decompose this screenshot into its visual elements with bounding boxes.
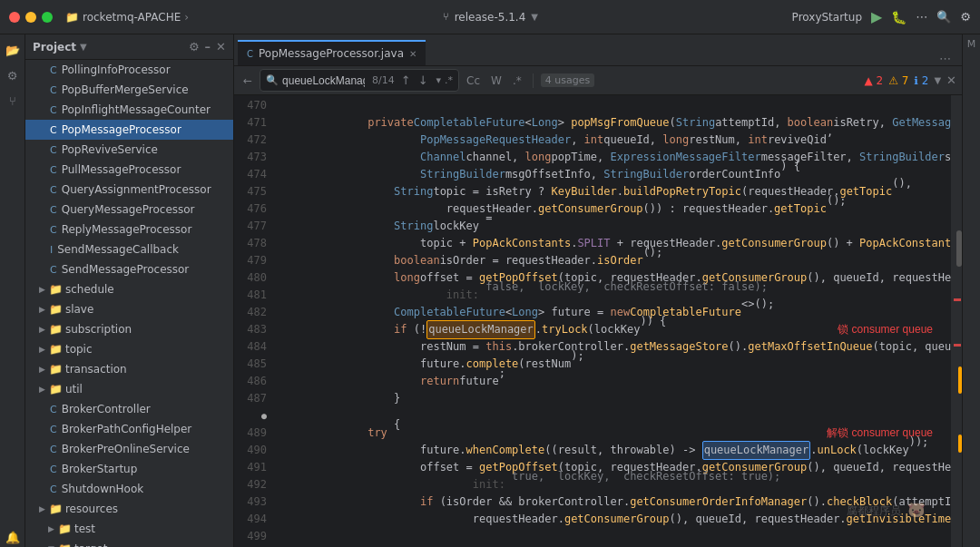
folder-icon: 📁 [49, 363, 63, 376]
right-scrollbar[interactable] [951, 95, 962, 547]
sidebar-item-slave[interactable]: ▶ 📁 slave [25, 299, 233, 319]
sidebar-item-brokerpre[interactable]: C BrokerPreOnlineService [25, 439, 233, 459]
word-icon[interactable]: W [487, 73, 505, 89]
sidebar-item-shutdownhook[interactable]: C ShutdownHook [25, 479, 233, 499]
class-icon: C [50, 104, 57, 116]
sidebar-item-poprevive[interactable]: C PopReviveService [25, 140, 233, 160]
error-badge: ▲ 2 [864, 74, 883, 87]
editor-area: C PopMessageProcessor.java ✕ ⋯ ← 🔍 8/14 … [234, 34, 962, 547]
scroll-indicator-orange2 [958, 435, 962, 453]
project-dropdown-icon[interactable]: ▼ [80, 42, 87, 52]
code-line-470 [276, 97, 951, 114]
folder-icon: 📁 [49, 323, 63, 336]
sidebar-item-util[interactable]: ▶ 📁 util [25, 379, 233, 399]
sidebar-item-schedule[interactable]: ▶ 📁 schedule [25, 279, 233, 299]
more-button[interactable]: ⋯ [916, 10, 927, 24]
nav-up-icon[interactable]: ↑ [398, 72, 414, 89]
sidebar-item-popbuffer[interactable]: C PopBufferMergeService [25, 80, 233, 100]
class-icon: C [50, 64, 57, 76]
branch-dropdown[interactable]: ▼ [531, 12, 538, 22]
titlebar-right: ProxyStartup ▶ 🐛 ⋯ 🔍 ⚙ [792, 8, 971, 25]
sidebar: Project ▼ ⚙ – ✕ C PollingInfoProcessor C… [25, 34, 234, 547]
sidebar-collapse-icon[interactable]: – [205, 40, 211, 54]
class-icon: C [50, 404, 57, 415]
sidebar-settings-icon[interactable]: ⚙ [189, 40, 200, 54]
sidebar-item-replymessage[interactable]: C ReplyMessageProcessor [25, 220, 233, 239]
sidebar-item-querymessage[interactable]: C QueryMessageProcessor [25, 200, 233, 220]
close-search-icon[interactable]: ✕ [946, 73, 956, 87]
notifications-icon[interactable]: 🔔 [3, 527, 23, 547]
sidebar-item-transaction[interactable]: ▶ 📁 transaction [25, 359, 233, 379]
debug-button[interactable]: 🐛 [891, 10, 906, 24]
search-box[interactable]: 🔍 8/14 ↑ ↓ ▾ .* [260, 69, 459, 92]
error-marker-1 [954, 298, 961, 301]
case-sensitive-icon[interactable]: Cc [463, 73, 484, 89]
class-icon: C [50, 124, 57, 136]
minimize-button[interactable] [25, 12, 36, 23]
folder-icon: 📁 [49, 383, 63, 396]
sidebar-header: Project ▼ ⚙ – ✕ [25, 34, 233, 60]
class-icon: C [50, 224, 57, 236]
folder-icon: 📁 [49, 303, 63, 316]
sidebar-item-resources[interactable]: ▶ 📁 resources [25, 499, 233, 519]
sidebar-item-pollinginfo[interactable]: C PollingInfoProcessor [25, 60, 233, 80]
main-layout: 📂 ⚙ ⑂ 🔔 Project ▼ ⚙ – ✕ C PollingInfoPro… [0, 34, 980, 547]
class-icon: C [50, 184, 57, 196]
regex-btn[interactable]: .* [509, 73, 525, 89]
badge-dropdown[interactable]: ▼ [934, 75, 941, 85]
filter-icon[interactable]: ▾ [436, 74, 442, 86]
sidebar-item-sendprocessor[interactable]: C SendMessageProcessor [25, 259, 233, 279]
search-global-icon[interactable]: 🔍 [936, 10, 951, 24]
folder-icon: 📁 [58, 542, 72, 547]
right-activity-bar: M [962, 34, 980, 547]
back-button[interactable]: ← [240, 73, 256, 89]
settings-icon[interactable]: ⚙ [960, 10, 971, 24]
folder-arrow-icon: ▶ [39, 385, 45, 394]
scroll-indicator-orange [958, 366, 962, 394]
error-marker-2 [954, 344, 961, 347]
search-input[interactable] [282, 74, 365, 87]
right-panel-icon[interactable]: M [967, 38, 976, 50]
sidebar-tree: C PollingInfoProcessor C PopBufferMergeS… [25, 60, 233, 547]
class-icon: C [50, 264, 57, 276]
sidebar-item-popinflight[interactable]: C PopInflightMessageCounter [25, 100, 233, 120]
sidebar-item-brokerstartup[interactable]: C BrokerStartup [25, 459, 233, 479]
maximize-button[interactable] [42, 12, 53, 23]
folder-icon: 📁 [58, 523, 72, 535]
git-icon[interactable]: ⑂ [3, 91, 23, 111]
sidebar-item-test[interactable]: ▶ 📁 test [25, 519, 233, 539]
regex-icon[interactable]: .* [445, 74, 453, 86]
class-icon: C [50, 424, 57, 435]
tab-popmessage[interactable]: C PopMessageProcessor.java ✕ [238, 40, 426, 65]
structure-icon[interactable]: ⚙ [3, 65, 23, 85]
sidebar-close-icon[interactable]: ✕ [216, 40, 226, 54]
sidebar-item-brokercontroller[interactable]: C BrokerController [25, 399, 233, 419]
info-badge: ℹ 2 [914, 74, 928, 87]
project-tree-icon[interactable]: 📂 [3, 40, 23, 60]
code-line-487: } [276, 390, 951, 407]
sidebar-item-topic[interactable]: ▶ 📁 topic [25, 339, 233, 359]
project-header-label: Project [33, 41, 76, 54]
folder-arrow-icon: ▶ [39, 365, 45, 374]
sidebar-item-pullmessage[interactable]: C PullMessageProcessor [25, 160, 233, 180]
branch-icon: ⑂ [443, 11, 449, 23]
sidebar-item-subscription[interactable]: ▶ 📁 subscription [25, 319, 233, 339]
code-line-488 [276, 407, 951, 425]
sidebar-item-brokerpathconfig[interactable]: C BrokerPathConfigHelper [25, 419, 233, 439]
titlebar-center: ⑂ release-5.1.4 ▼ [196, 11, 785, 24]
sidebar-item-target[interactable]: ▼ 📁 target [25, 539, 233, 547]
sidebar-item-queryassign[interactable]: C QueryAssignmentProcessor [25, 180, 233, 200]
editor-more-icon[interactable]: ⋯ [939, 52, 951, 65]
class-icon: C [50, 84, 57, 96]
window-controls[interactable] [9, 12, 53, 23]
code-content[interactable]: private CompletableFuture<Long> popMsgFr… [272, 95, 951, 547]
folder-arrow-icon: ▶ [39, 285, 45, 294]
class-icon: C [50, 164, 57, 176]
tab-close-button[interactable]: ✕ [409, 49, 416, 59]
folder-icon: 📁 [49, 503, 63, 515]
sidebar-item-popmessage[interactable]: C PopMessageProcessor [25, 120, 233, 140]
run-button[interactable]: ▶ [871, 8, 882, 25]
nav-down-icon[interactable]: ↓ [416, 72, 431, 89]
close-button[interactable] [9, 12, 20, 23]
sidebar-item-sendcallback[interactable]: I SendMessageCallback [25, 239, 233, 259]
